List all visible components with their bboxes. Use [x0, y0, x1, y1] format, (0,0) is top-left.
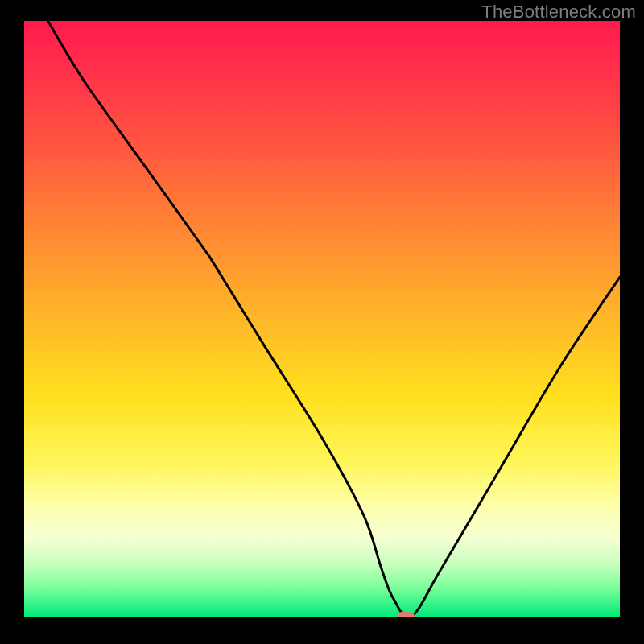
curve-path — [48, 21, 620, 617]
watermark-text: TheBottleneck.com — [481, 2, 636, 23]
chart-frame: TheBottleneck.com — [0, 0, 644, 644]
optimal-point-marker — [397, 612, 415, 617]
bottleneck-curve — [24, 21, 620, 617]
plot-area — [24, 21, 620, 617]
